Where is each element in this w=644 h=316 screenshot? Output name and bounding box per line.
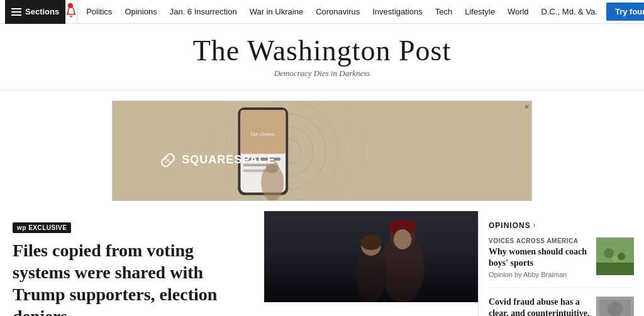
- svg-point-30: [618, 253, 625, 260]
- opinion-thumbnail: [596, 237, 634, 275]
- ad-cta-button[interactable]: START SELLING YOUR CONTENT: [335, 170, 473, 189]
- site-header: The Washington Post Democracy Dies in Da…: [0, 24, 644, 90]
- nav-coronavirus[interactable]: Coronavirus: [309, 0, 366, 24]
- main-headline[interactable]: Files copied from voting systems were sh…: [13, 239, 252, 316]
- advertisement-banner: Our classes SQUARESPACE Sell content and…: [112, 101, 532, 201]
- notifications-bell[interactable]: [65, 0, 77, 24]
- opinion-title: Why women should coach boys' sports: [489, 246, 591, 269]
- opinion-title: Covid fraud abuse has a clear, and count…: [489, 297, 591, 316]
- opinion-thumb-2: [596, 297, 634, 316]
- svg-point-35: [608, 302, 623, 316]
- opinion-item[interactable]: Covid fraud abuse has a clear, and count…: [489, 297, 634, 316]
- sections-label: Sections: [25, 7, 59, 16]
- nav-politics[interactable]: Politics: [80, 0, 118, 24]
- nav-opinions[interactable]: Opinions: [118, 0, 163, 24]
- sections-menu[interactable]: Sections: [5, 0, 65, 24]
- svg-point-32: [612, 256, 618, 263]
- opinion-thumbnail: [596, 297, 634, 316]
- nav-investigations[interactable]: Investigations: [366, 0, 429, 24]
- try-free-button[interactable]: Try four weeks free: [606, 3, 644, 21]
- opinion-thumb-1: [596, 237, 634, 275]
- bell-badge: [68, 3, 73, 8]
- site-tagline: Democracy Dies in Darkness: [0, 68, 644, 87]
- nav-dcmdva[interactable]: D.C., Md. & Va.: [535, 0, 604, 24]
- svg-point-29: [604, 248, 614, 258]
- svg-rect-27: [264, 211, 478, 302]
- nav-ukraine[interactable]: War in Ukraine: [243, 0, 309, 24]
- main-content: wp EXCLUSIVE Files copied from voting sy…: [0, 211, 644, 316]
- opinion-text: Covid fraud abuse has a clear, and count…: [489, 297, 591, 316]
- ad-headline: Sell content andbuild your audienceat th…: [335, 112, 519, 161]
- nav-lifestyle[interactable]: Lifestyle: [458, 0, 501, 24]
- site-title[interactable]: The Washington Post: [0, 35, 644, 67]
- squarespace-logo: SQUARESPACE: [159, 151, 275, 169]
- article-image-placeholder: [264, 211, 478, 302]
- opinions-label: OPINIONS: [489, 221, 531, 230]
- svg-rect-31: [596, 263, 634, 275]
- nav-world[interactable]: World: [501, 0, 535, 24]
- ad-left-section: SQUARESPACE: [113, 126, 322, 175]
- opinion-byline: Opinion by Abby Braiman: [489, 271, 591, 278]
- opinions-header: OPINIONS ›: [489, 221, 634, 230]
- nav-right: Try four weeks free Sign in: [606, 3, 644, 21]
- squarespace-icon: [159, 151, 177, 169]
- main-article-left: wp EXCLUSIVE Files copied from voting sy…: [0, 211, 264, 316]
- opinion-section-label: Voices Across America: [489, 237, 591, 244]
- main-article-image: [264, 211, 478, 316]
- opinions-section: OPINIONS › Voices Across America Why wom…: [478, 211, 644, 316]
- article-image-svg: [264, 211, 478, 302]
- ad-close-button[interactable]: ✕: [524, 103, 530, 111]
- top-navigation: Sections Politics Opinions Jan. 6 Insurr…: [0, 0, 644, 24]
- exclusive-badge: wp EXCLUSIVE: [13, 222, 71, 233]
- nav-jan6[interactable]: Jan. 6 Insurrection: [164, 0, 243, 24]
- opinions-chevron-icon: ›: [533, 222, 536, 229]
- ad-right-section: Sell content andbuild your audienceat th…: [322, 102, 531, 199]
- opinion-item[interactable]: Voices Across America Why women should c…: [489, 237, 634, 288]
- opinion-text: Voices Across America Why women should c…: [489, 237, 591, 278]
- nav-tech[interactable]: Tech: [429, 0, 458, 24]
- hamburger-icon: [11, 8, 21, 16]
- nav-links: Politics Opinions Jan. 6 Insurrection Wa…: [77, 0, 606, 24]
